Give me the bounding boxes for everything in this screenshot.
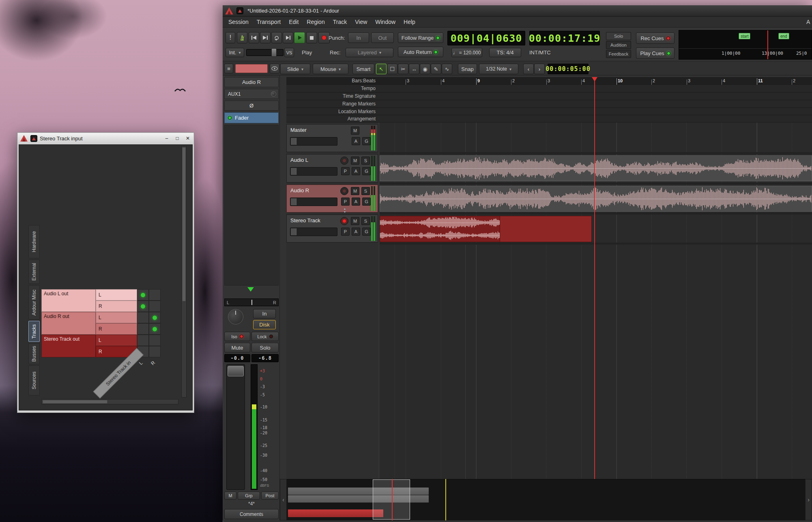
mute-button[interactable]: Mute (224, 343, 250, 352)
track-master-a2-button[interactable]: A (352, 137, 360, 145)
fader-active-led[interactable] (228, 116, 232, 120)
track-audio-l-g2-button[interactable]: G (362, 167, 371, 175)
matrix-cell[interactable] (149, 323, 161, 335)
ruler-lane-location-markers[interactable]: Location Markers (286, 108, 812, 115)
ruler-lane-arrangement[interactable]: Arrangement (286, 115, 812, 122)
summary-scroll-right[interactable]: › (805, 479, 812, 520)
rec-cues-button[interactable]: Rec Cues (636, 32, 675, 44)
track-header-stereo-track[interactable]: Stereo TrackMSPAG (286, 215, 378, 243)
tool-audition-button[interactable]: ◉ (420, 64, 430, 74)
track-audio-r-s-button[interactable]: S (361, 187, 370, 195)
dialog-tab-external[interactable]: External (28, 260, 40, 284)
menu-item-help[interactable]: Help (400, 17, 419, 28)
menu-item-session[interactable]: Session (224, 17, 253, 28)
primary-clock[interactable]: 009|04|0630 (447, 31, 525, 45)
matrix-cell[interactable] (149, 289, 161, 301)
solo-button[interactable]: Solo (251, 343, 279, 352)
play-range-button[interactable] (283, 32, 293, 43)
track-gain-slider[interactable] (290, 228, 337, 236)
snap-button[interactable]: Snap (458, 64, 477, 74)
sync-source-label[interactable]: INT/MTC (529, 49, 551, 56)
tool-draw-button[interactable]: ✎ (431, 64, 441, 74)
track-stereo-track-p2-button[interactable]: P (341, 228, 350, 236)
track-resize-handle[interactable]: ▴▾ (342, 207, 348, 215)
punch-out-button[interactable]: Out (371, 32, 394, 43)
go-to-end-button[interactable] (260, 32, 271, 43)
track-header-audio-l[interactable]: Audio LMSPAG (286, 154, 378, 183)
track-audio-l-p2-button[interactable]: P (341, 167, 350, 175)
matrix-cell[interactable] (137, 301, 149, 312)
nudge-clock[interactable]: 00:00:05:00 (548, 64, 589, 74)
track-stereo-track-s-button[interactable]: S (361, 217, 370, 225)
track-color-swatch[interactable] (235, 64, 268, 73)
varispeed-button[interactable]: VS (284, 48, 294, 57)
tool-cut-button[interactable]: ✂ (398, 64, 408, 74)
processor-box[interactable] (224, 125, 279, 286)
peak-display[interactable]: -6.8 (251, 354, 279, 362)
stereo-record-region[interactable] (500, 216, 592, 242)
track-gain-slider[interactable] (290, 167, 337, 176)
follow-range-button[interactable]: Follow Range (398, 32, 443, 43)
track-audio-r-a2-button[interactable]: A (352, 198, 360, 206)
play-button[interactable] (294, 32, 305, 43)
track-audio-r-g2-button[interactable]: G (362, 198, 371, 206)
menu-item-window[interactable]: Window (371, 17, 400, 28)
summary-view-rectangle[interactable] (373, 479, 410, 520)
track-audio-r-m-button[interactable]: M (351, 187, 359, 195)
track-stereo-track-g2-button[interactable]: G (362, 228, 371, 236)
tool-grab-button[interactable]: ↖ (376, 64, 387, 74)
record-arm-button[interactable] (340, 217, 348, 225)
track-header-master[interactable]: MasterMAG (286, 124, 378, 152)
processor-aux1[interactable]: AUX1 (224, 89, 279, 99)
tool-automation-button[interactable]: ∿ (442, 64, 452, 74)
main-titlebar[interactable]: *Untitled-2026-01-27-18-33-01 - Ardour (223, 5, 812, 17)
audio-r-region[interactable] (380, 186, 812, 212)
input-button[interactable]: In (253, 309, 276, 318)
track-audio-l-a2-button[interactable]: A (352, 167, 360, 175)
group-indicator[interactable]: *4* (224, 501, 279, 507)
disk-button[interactable]: Disk (253, 320, 276, 329)
solo-indicator[interactable]: Solo (606, 32, 631, 40)
track-stereo-track-m-button[interactable]: M (351, 217, 359, 225)
record-arm-button[interactable] (340, 157, 348, 165)
vertical-scroll-thumb[interactable] (182, 147, 186, 301)
midi-panic-button[interactable]: ! (226, 32, 235, 43)
time-signature-button[interactable]: TS: 4/4 (489, 48, 521, 57)
feedback-indicator[interactable]: Feedback (606, 50, 631, 58)
record-button[interactable] (318, 32, 330, 43)
dialog-tab-hardware[interactable]: Hardware (28, 225, 40, 258)
strip-track-name-button[interactable]: Audio R (224, 77, 279, 87)
gain-fader[interactable] (226, 364, 245, 490)
stereo-track-region[interactable] (380, 216, 500, 242)
comments-button[interactable]: Comments (224, 509, 279, 519)
play-cues-button[interactable]: Play Cues (636, 47, 675, 59)
stop-button[interactable] (306, 32, 317, 43)
track-master-m-button[interactable]: M (351, 127, 359, 135)
aux-send-knob-icon[interactable] (271, 91, 276, 97)
auto-return-button[interactable]: Auto Return (398, 47, 443, 57)
go-to-start-button[interactable] (249, 32, 259, 43)
close-button[interactable]: ✕ (184, 135, 192, 142)
matrix-cell[interactable] (137, 289, 149, 301)
dialog-tab-ardour-misc[interactable]: Ardour Misc (28, 285, 40, 320)
horizontal-scroll-thumb[interactable] (43, 400, 107, 404)
track-audio-l-m-button[interactable]: M (351, 157, 359, 165)
matrix-cell[interactable] (149, 335, 161, 346)
ruler-lane-time-signature[interactable]: Time Signature (286, 92, 812, 100)
pan-bar[interactable]: LR (224, 299, 279, 306)
strip-options-button[interactable]: ≡ (224, 64, 233, 73)
gain-fader-handle[interactable] (228, 366, 244, 376)
metronome-button[interactable] (237, 32, 247, 43)
mouse-mode-dropdown[interactable]: Mouse (313, 64, 348, 74)
nudge-forward-button[interactable]: › (534, 64, 545, 74)
maximize-button[interactable]: □ (173, 135, 181, 142)
ruler-lane-bars-beats[interactable]: Bars:Beats34923410234112 (286, 77, 812, 85)
ruler-lane-range-markers[interactable]: Range Markers (286, 100, 812, 108)
solo-lock-button[interactable]: Lock (251, 332, 279, 341)
solo-isolate-button[interactable]: Iso (224, 332, 250, 341)
grid-dropdown[interactable]: 1/32 Note (479, 64, 518, 74)
tool-stretch-button[interactable]: ↔ (409, 64, 419, 74)
track-master-g2-button[interactable]: G (362, 137, 371, 145)
audition-indicator[interactable]: Audition (606, 41, 631, 49)
track-audio-l-s-button[interactable]: S (361, 157, 370, 165)
